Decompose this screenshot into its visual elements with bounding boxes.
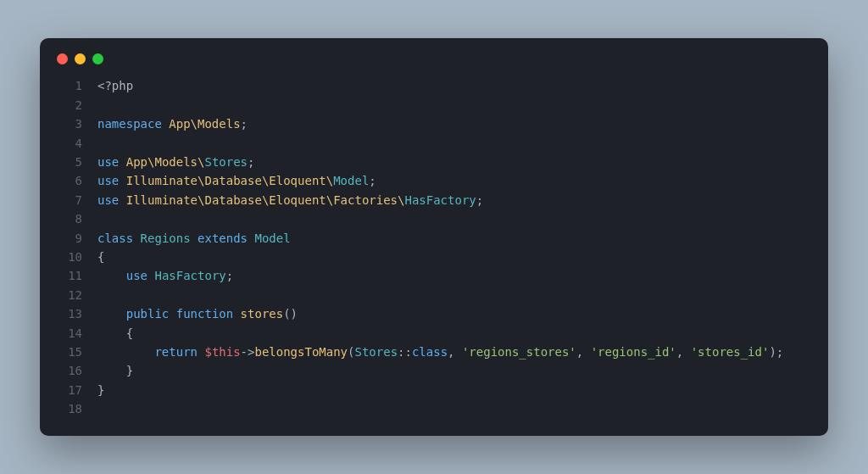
code-line: 18 bbox=[57, 399, 811, 418]
code-line: 4 bbox=[57, 134, 811, 153]
code-editor[interactable]: 1 <?php 2 3 namespace App\Models; 4 5 us… bbox=[57, 76, 811, 418]
code-line: 8 bbox=[57, 209, 811, 228]
code-line: 9 class Regions extends Model bbox=[57, 229, 811, 248]
code-line: 11 use HasFactory; bbox=[57, 266, 811, 285]
code-line: 12 bbox=[57, 286, 811, 304]
line-number: 5 bbox=[57, 153, 82, 171]
minimize-icon[interactable] bbox=[75, 53, 86, 64]
code-line: 17 } bbox=[57, 381, 811, 399]
line-number: 1 bbox=[57, 76, 82, 95]
line-number: 12 bbox=[57, 286, 82, 304]
code-line: 7 use Illuminate\Database\Eloquent\Facto… bbox=[57, 191, 811, 209]
code-line: 1 <?php bbox=[57, 76, 811, 95]
line-number: 18 bbox=[57, 399, 82, 418]
code-line: 6 use Illuminate\Database\Eloquent\Model… bbox=[57, 171, 811, 190]
line-number: 8 bbox=[57, 209, 82, 228]
code-line: 3 namespace App\Models; bbox=[57, 114, 811, 133]
line-number: 3 bbox=[57, 114, 82, 133]
line-number: 2 bbox=[57, 96, 82, 114]
line-number: 15 bbox=[57, 343, 82, 361]
code-line: 13 public function stores() bbox=[57, 304, 811, 323]
code-line: 10 { bbox=[57, 248, 811, 266]
code-line: 15 return $this->belongsToMany(Stores::c… bbox=[57, 343, 811, 361]
line-number: 6 bbox=[57, 171, 82, 190]
line-number: 9 bbox=[57, 229, 82, 248]
line-number: 11 bbox=[57, 266, 82, 285]
line-number: 4 bbox=[57, 134, 82, 153]
line-number: 16 bbox=[57, 361, 82, 380]
code-line: 5 use App\Models\Stores; bbox=[57, 153, 811, 171]
maximize-icon[interactable] bbox=[92, 53, 103, 64]
window-titlebar bbox=[57, 53, 811, 64]
line-number: 17 bbox=[57, 381, 82, 399]
code-line: 16 } bbox=[57, 361, 811, 380]
code-line: 2 bbox=[57, 96, 811, 114]
code-line: 14 { bbox=[57, 324, 811, 343]
line-number: 10 bbox=[57, 248, 82, 266]
line-number: 7 bbox=[57, 191, 82, 209]
line-number: 14 bbox=[57, 324, 82, 343]
close-icon[interactable] bbox=[57, 53, 68, 64]
line-number: 13 bbox=[57, 304, 82, 323]
code-window: 1 <?php 2 3 namespace App\Models; 4 5 us… bbox=[40, 38, 828, 435]
